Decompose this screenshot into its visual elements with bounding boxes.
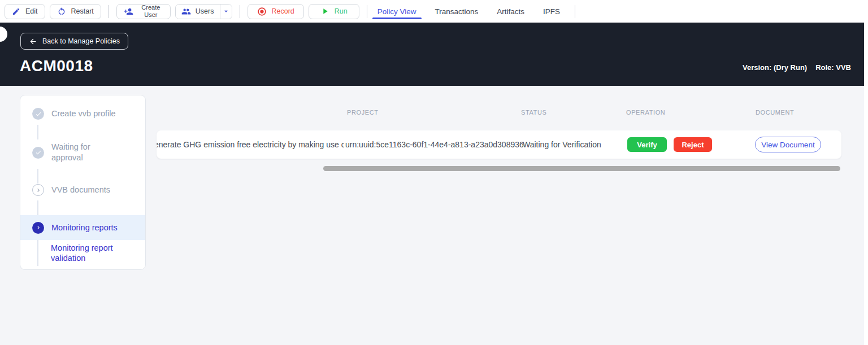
sidebar-subitem-monitoring-report-validation[interactable]: Monitoring report validation [51, 243, 127, 263]
toolbar: Edit Restart Create User Users Record [0, 0, 868, 23]
app-window: Edit Restart Create User Users Record [0, 0, 868, 345]
sidebar-item-label: Waiting for approval [51, 142, 112, 163]
column-header-project: PROJECT [347, 109, 379, 116]
row-project-uuid: urn:uuid:5ce1163c-60f1-44e4-a813-a23a0d3… [345, 130, 524, 159]
sidebar-item-label: Create vvb profile [51, 108, 116, 119]
sidebar-item-label: Monitoring reports [51, 223, 118, 232]
row-project-name: enerate GHG emission free electricity by… [157, 130, 344, 159]
verify-button[interactable]: Verify [627, 137, 667, 152]
reject-button[interactable]: Reject [674, 137, 712, 152]
row-status: Waiting for Verification [523, 130, 601, 159]
run-button-label: Run [335, 7, 348, 15]
back-button-label: Back to Manage Policies [42, 37, 120, 45]
record-icon [257, 7, 267, 16]
view-document-button[interactable]: View Document [755, 137, 821, 152]
toolbar-divider [367, 5, 367, 18]
step-connector [37, 169, 38, 184]
pencil-icon [12, 7, 20, 16]
restart-icon [57, 7, 66, 16]
page-title: ACM0018 [20, 57, 93, 75]
toolbar-divider [240, 5, 240, 18]
create-user-button-label: Create User [138, 4, 163, 18]
column-header-operation: OPERATION [626, 109, 665, 116]
step-connector [37, 125, 38, 139]
person-add-icon [124, 7, 133, 16]
step-connector [37, 240, 38, 266]
users-dropdown-button[interactable] [220, 5, 232, 19]
policy-steps-sidebar: Create vvb profile Waiting for approval … [20, 95, 146, 270]
chevron-down-icon [222, 7, 230, 15]
users-icon [181, 7, 191, 16]
column-header-status: STATUS [521, 109, 546, 116]
run-button[interactable]: Run [309, 4, 359, 19]
record-button[interactable]: Record [248, 4, 304, 19]
check-circle-icon [32, 108, 44, 120]
table-row: enerate GHG emission free electricity by… [157, 130, 841, 159]
tab-artifacts[interactable]: Artifacts [497, 0, 524, 23]
role-label: Role: VVB [815, 63, 851, 72]
create-user-button[interactable]: Create User [116, 4, 171, 19]
sidebar-item-waiting-for-approval[interactable]: Waiting for approval [32, 142, 112, 163]
back-to-manage-policies-button[interactable]: Back to Manage Policies [20, 33, 128, 50]
collapse-fab[interactable] [0, 27, 7, 42]
back-arrow-icon [29, 37, 37, 46]
users-button-label: Users [196, 7, 214, 15]
main-content: Create vvb profile Waiting for approval … [0, 86, 868, 345]
horizontal-scrollbar[interactable] [323, 166, 840, 171]
restart-button-label: Restart [71, 7, 94, 15]
version-label: Version: (Dry Run) [743, 63, 807, 72]
toolbar-divider [575, 5, 575, 18]
tab-transactions[interactable]: Transactions [435, 0, 479, 23]
check-circle-icon [32, 147, 44, 159]
tab-ipfs[interactable]: IPFS [543, 0, 560, 23]
sidebar-item-monitoring-reports[interactable]: Monitoring reports [20, 215, 145, 240]
policy-header: Back to Manage Policies ACM0018 Version:… [0, 23, 868, 86]
restart-button[interactable]: Restart [50, 4, 101, 19]
sidebar-item-label: VVB documents [51, 185, 110, 195]
policy-meta: Version: (Dry Run) Role: VVB [743, 63, 851, 72]
record-button-label: Record [272, 7, 294, 15]
chevron-right-circle-icon [32, 222, 44, 234]
column-header-document: DOCUMENT [756, 109, 794, 116]
scrollbar-gutter [864, 23, 868, 345]
step-connector [37, 200, 38, 215]
users-split-button: Users [175, 4, 232, 19]
users-button[interactable]: Users [176, 5, 220, 19]
edit-button-label: Edit [25, 7, 38, 15]
sidebar-item-create-vvb-profile[interactable]: Create vvb profile [32, 108, 116, 120]
play-icon [320, 7, 329, 16]
toolbar-divider [108, 5, 109, 18]
chevron-right-circle-icon [32, 184, 44, 196]
edit-button[interactable]: Edit [5, 4, 45, 19]
toolbar-tabs: Policy View Transactions Artifacts IPFS [377, 0, 560, 23]
tab-policy-view[interactable]: Policy View [377, 0, 416, 23]
sidebar-item-vvb-documents[interactable]: VVB documents [32, 184, 110, 196]
